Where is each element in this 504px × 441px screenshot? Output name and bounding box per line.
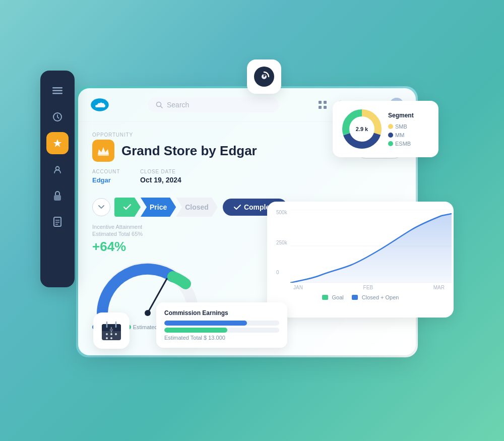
grid-icon[interactable]	[317, 99, 328, 110]
calendar-icon-card: ╬	[93, 312, 130, 349]
sidebar-item-menu[interactable]	[46, 80, 69, 102]
segment-esmb: ESMB	[388, 141, 414, 147]
svg-rect-6	[54, 217, 61, 226]
sidebar-item-notes[interactable]	[46, 211, 69, 233]
svg-rect-5	[54, 195, 61, 201]
salesforce-logo	[90, 98, 109, 112]
sidebar-item-star[interactable]	[46, 158, 69, 180]
progress-step-price: Price	[141, 198, 176, 217]
chart-legend-goal: Goal	[322, 294, 344, 300]
line-chart-svg	[290, 210, 452, 283]
svg-rect-1	[52, 90, 62, 92]
x-label-feb: FEB	[363, 285, 373, 290]
close-date-value: Oct 19, 2024	[140, 176, 181, 184]
search-bar[interactable]: Search	[148, 97, 279, 112]
sidebar	[40, 71, 75, 287]
commission-card: Commission Earnings Estimated Total $ 13…	[156, 302, 287, 348]
mm-dot	[388, 133, 393, 138]
svg-point-43	[106, 337, 108, 339]
svg-point-44	[110, 337, 112, 339]
svg-point-40	[106, 333, 108, 335]
incentive-label: Incentive Attainment	[92, 224, 223, 230]
donut-center-text: 2.9 k	[356, 126, 368, 132]
calendar-icon: ╬	[100, 319, 123, 342]
legend-estimated: Estimated	[126, 324, 158, 330]
svg-rect-2	[52, 93, 62, 94]
y-label-0: 0	[276, 270, 287, 275]
progress-step-closed: Closed	[176, 198, 218, 217]
progress-step-done	[114, 198, 141, 217]
svg-point-42	[115, 333, 117, 335]
esmb-dot	[388, 141, 393, 146]
sidebar-item-lock[interactable]	[46, 184, 69, 207]
progress-chevron[interactable]	[92, 198, 110, 216]
commission-bar-2-bg	[164, 328, 279, 333]
svg-rect-25	[98, 154, 109, 156]
crown-icon	[97, 145, 110, 156]
segment-smb: SMB	[388, 123, 414, 130]
segment-title: Segment	[388, 112, 414, 119]
close-date-label: CLOSE DATE	[140, 169, 181, 174]
account-label: ACCOUNT	[92, 169, 120, 174]
chart-legend-closed-open: Closed + Open	[352, 294, 399, 300]
closed-open-indicator	[352, 295, 358, 300]
commission-bar-1-bg	[164, 321, 279, 326]
chart-legend-row: Goal Closed + Open	[276, 294, 445, 300]
opportunity-title: Grand Store by Edgar	[121, 143, 351, 159]
segment-legend: Segment SMB MM ESMB	[388, 112, 414, 147]
y-label-250k: 250k	[276, 240, 287, 245]
commission-total: Estimated Total $ 13.000	[164, 335, 279, 341]
svg-point-27	[145, 310, 151, 316]
svg-point-41	[110, 333, 112, 335]
svg-rect-16	[324, 101, 327, 104]
y-label-500k: 500k	[276, 210, 287, 215]
incentive-value: +64%	[92, 239, 223, 255]
chart-area: 500k 250k 0 JAN FEB MAR	[276, 210, 445, 290]
close-date-field: CLOSE DATE Oct 19, 2024	[140, 169, 181, 184]
svg-rect-18	[324, 106, 327, 109]
goal-indicator	[322, 295, 328, 300]
segment-card: 2.9 k Segment SMB MM ESMB	[333, 101, 438, 157]
x-label-jan: JAN	[293, 285, 303, 290]
x-label-mar: MAR	[433, 285, 445, 290]
segment-mm: MM	[388, 132, 414, 138]
account-value[interactable]: Edgar	[92, 176, 111, 184]
search-input-placeholder: Search	[167, 101, 189, 109]
crown-icon-wrap	[92, 140, 114, 162]
commission-bar-2-fill	[164, 328, 227, 333]
account-field: ACCOUNT Edgar	[92, 169, 120, 184]
meta-row: ACCOUNT Edgar CLOSE DATE Oct 19, 2024	[92, 169, 402, 184]
search-icon	[156, 101, 163, 108]
svg-rect-15	[319, 101, 322, 104]
commission-title: Commission Earnings	[164, 309, 279, 317]
donut-wrap: 2.9 k	[342, 109, 382, 149]
svg-rect-0	[52, 87, 62, 89]
sidebar-item-recent[interactable]	[46, 106, 69, 128]
line-chart-card: 500k 250k 0 JAN FEB MAR	[267, 202, 454, 318]
sidebar-item-favorites[interactable]	[46, 132, 69, 154]
svg-rect-17	[319, 106, 322, 109]
svg-line-14	[161, 106, 163, 108]
incentive-subtitle: Estimated Total 65%	[92, 231, 223, 237]
dashboard-icon-card	[247, 59, 281, 94]
commission-bar-1-fill	[164, 321, 247, 326]
svg-text:╬: ╬	[109, 327, 113, 333]
smb-dot	[388, 124, 393, 129]
